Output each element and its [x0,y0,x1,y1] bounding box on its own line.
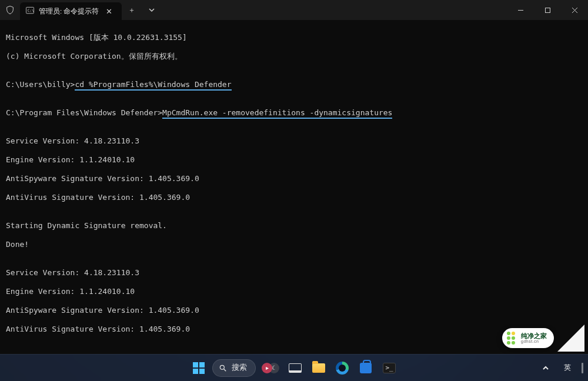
terminal-window: C:\ 管理员: 命令提示符 ✕ ＋ Microsoft Windows [版本… [0,0,588,354]
store-button[interactable] [356,358,376,378]
output-line: Engine Version: 1.1.24010.10 [6,287,582,296]
tab-title: 管理员: 命令提示符 [39,7,99,16]
maximize-button[interactable] [534,0,561,20]
watermark-corner [557,325,584,352]
output-line: Service Version: 4.18.23110.3 [6,136,582,146]
windows-logo-icon [193,362,205,374]
svg-text:C:\: C:\ [28,8,34,12]
shield-icon [0,0,20,20]
output-line: Done! [6,240,582,249]
edge-button[interactable] [332,358,352,378]
cmd-icon: C:\ [26,6,34,16]
store-icon [360,363,372,373]
output-line: (c) Microsoft Corporation。保留所有权利。 [6,52,582,61]
search-icon [219,364,227,372]
terminal-output[interactable]: Microsoft Windows [版本 10.0.22631.3155] (… [0,20,588,354]
output-line: Service Version: 4.18.23110.3 [6,268,582,278]
task-view-button[interactable] [285,358,305,378]
chevron-up-icon [542,365,549,372]
taskbar[interactable]: 搜索 ▸☾ >_ 英 [0,354,588,381]
watermark: 纯净之家 gdhst.cn [502,325,584,352]
svg-rect-3 [545,8,550,12]
folder-icon [312,363,325,373]
prompt-line: C:\Program Files\Windows Defender>MpCmdR… [6,108,582,118]
titlebar[interactable]: C:\ 管理员: 命令提示符 ✕ ＋ [0,0,588,20]
file-explorer-button[interactable] [309,358,329,378]
show-desktop-button[interactable] [582,363,583,373]
minimize-button[interactable] [507,0,534,20]
output-line: AntiSpyware Signature Version: 1.405.369… [6,306,582,315]
svg-point-6 [220,365,224,369]
terminal-taskbar-button[interactable]: >_ [379,358,399,378]
widgets-icon: ▸☾ [262,363,279,373]
tab-close-button[interactable]: ✕ [103,6,115,17]
start-button[interactable] [189,358,209,378]
new-tab-button[interactable]: ＋ [122,0,142,20]
watermark-title: 纯净之家 [521,333,547,339]
command-text: MpCmdRun.exe -removedefinitions -dynamic… [162,108,392,119]
taskbar-search[interactable]: 搜索 [212,359,256,377]
output-line: Starting Dynamic Signature removal. [6,221,582,230]
task-view-icon [289,363,302,373]
terminal-icon: >_ [383,363,396,373]
output-line: AntiVirus Signature Version: 1.405.369.0 [6,193,582,202]
widgets-button[interactable]: ▸☾ [259,358,282,378]
search-label: 搜索 [232,363,247,373]
edge-icon [336,362,349,375]
output-line: AntiVirus Signature Version: 1.405.369.0 [6,325,582,334]
svg-line-7 [224,369,226,371]
output-line: Engine Version: 1.1.24010.10 [6,155,582,165]
watermark-url: gdhst.cn [521,339,547,343]
output-line: Microsoft Windows [版本 10.0.22631.3155] [6,33,582,42]
tab-cmd[interactable]: C:\ 管理员: 命令提示符 ✕ [20,2,122,20]
ime-indicator[interactable]: 英 [560,360,574,375]
watermark-badge: 纯净之家 gdhst.cn [502,328,554,348]
command-text: cd %ProgramFiles%\Windows Defender [75,80,231,91]
tray-overflow-button[interactable] [536,358,556,378]
output-line: AntiSpyware Signature Version: 1.405.369… [6,174,582,183]
tab-dropdown-button[interactable] [142,0,162,20]
close-window-button[interactable] [561,0,588,20]
prompt-line: C:\Users\billy>cd %ProgramFiles%\Windows… [6,80,582,89]
